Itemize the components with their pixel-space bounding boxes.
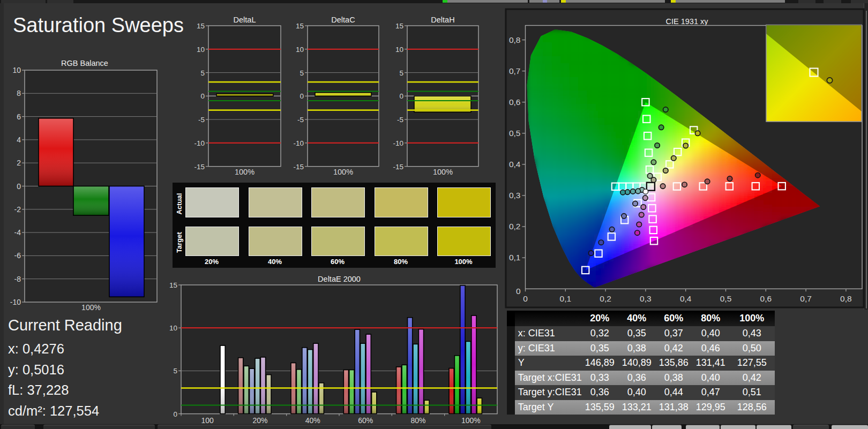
svg-text:5: 5 bbox=[173, 367, 177, 375]
svg-text:0,5: 0,5 bbox=[509, 129, 521, 138]
svg-text:-10: -10 bbox=[10, 298, 21, 306]
svg-text:0,2: 0,2 bbox=[509, 222, 521, 231]
svg-text:0,6: 0,6 bbox=[509, 97, 521, 107]
svg-text:15: 15 bbox=[296, 22, 304, 30]
svg-text:4: 4 bbox=[17, 136, 21, 144]
svg-text:15: 15 bbox=[169, 281, 177, 289]
svg-text:-6: -6 bbox=[14, 251, 21, 260]
svg-text:-4: -4 bbox=[14, 228, 21, 237]
svg-text:100: 100 bbox=[201, 416, 214, 425]
svg-text:-15: -15 bbox=[194, 163, 205, 171]
svg-text:20%: 20% bbox=[252, 416, 267, 425]
svg-text:-15: -15 bbox=[293, 163, 304, 171]
svg-text:0,7: 0,7 bbox=[800, 294, 812, 303]
svg-text:0,6: 0,6 bbox=[760, 294, 772, 303]
svg-text:-5: -5 bbox=[397, 116, 403, 124]
svg-text:0,5: 0,5 bbox=[720, 294, 732, 303]
svg-text:0: 0 bbox=[173, 410, 177, 418]
svg-text:-5: -5 bbox=[198, 116, 205, 124]
svg-text:0: 0 bbox=[516, 287, 521, 296]
svg-text:60%: 60% bbox=[358, 416, 373, 425]
svg-text:0,8: 0,8 bbox=[840, 294, 852, 303]
svg-text:0,1: 0,1 bbox=[560, 294, 572, 303]
svg-text:2: 2 bbox=[17, 159, 21, 167]
svg-text:DeltaH: DeltaH bbox=[431, 16, 454, 24]
svg-text:-2: -2 bbox=[14, 205, 21, 214]
svg-text:80%: 80% bbox=[410, 416, 425, 425]
svg-text:0,3: 0,3 bbox=[509, 191, 521, 200]
svg-text:0: 0 bbox=[200, 92, 205, 100]
svg-text:6: 6 bbox=[17, 112, 21, 121]
svg-text:100%: 100% bbox=[461, 416, 481, 425]
svg-text:-5: -5 bbox=[297, 116, 304, 124]
svg-text:40%: 40% bbox=[305, 416, 320, 425]
svg-text:DeltaE 2000: DeltaE 2000 bbox=[318, 275, 361, 283]
svg-text:10: 10 bbox=[395, 46, 403, 54]
svg-text:5: 5 bbox=[300, 69, 304, 77]
svg-text:0,2: 0,2 bbox=[600, 294, 611, 303]
svg-text:0,4: 0,4 bbox=[509, 160, 521, 169]
svg-text:10: 10 bbox=[169, 324, 177, 332]
svg-text:DeltaL: DeltaL bbox=[234, 16, 256, 24]
svg-text:DeltaC: DeltaC bbox=[331, 16, 355, 24]
svg-text:10: 10 bbox=[296, 46, 304, 54]
svg-text:RGB Balance: RGB Balance bbox=[61, 59, 108, 67]
svg-text:100%: 100% bbox=[235, 168, 255, 176]
svg-text:-10: -10 bbox=[393, 139, 403, 147]
svg-text:0,1: 0,1 bbox=[509, 253, 521, 262]
svg-text:0: 0 bbox=[17, 182, 21, 191]
svg-text:15: 15 bbox=[395, 22, 403, 30]
svg-text:10: 10 bbox=[12, 66, 21, 74]
svg-text:15: 15 bbox=[197, 22, 205, 30]
svg-text:-15: -15 bbox=[393, 163, 403, 171]
svg-text:0,8: 0,8 bbox=[509, 35, 521, 44]
svg-text:-8: -8 bbox=[14, 275, 21, 283]
svg-text:0,4: 0,4 bbox=[680, 294, 692, 303]
svg-text:5: 5 bbox=[200, 69, 205, 77]
svg-text:100%: 100% bbox=[81, 303, 101, 312]
svg-text:100%: 100% bbox=[333, 168, 353, 176]
svg-text:10: 10 bbox=[197, 46, 205, 54]
svg-text:0,7: 0,7 bbox=[509, 66, 521, 76]
svg-text:0,3: 0,3 bbox=[640, 294, 652, 303]
svg-text:0: 0 bbox=[399, 92, 403, 100]
svg-text:CIE 1931 xy: CIE 1931 xy bbox=[666, 17, 709, 26]
svg-text:0: 0 bbox=[523, 294, 528, 303]
svg-text:100%: 100% bbox=[433, 168, 453, 176]
svg-text:0: 0 bbox=[300, 92, 304, 100]
svg-text:-10: -10 bbox=[293, 139, 304, 147]
svg-text:-10: -10 bbox=[194, 139, 205, 147]
svg-text:5: 5 bbox=[399, 69, 403, 77]
svg-text:8: 8 bbox=[17, 89, 21, 97]
